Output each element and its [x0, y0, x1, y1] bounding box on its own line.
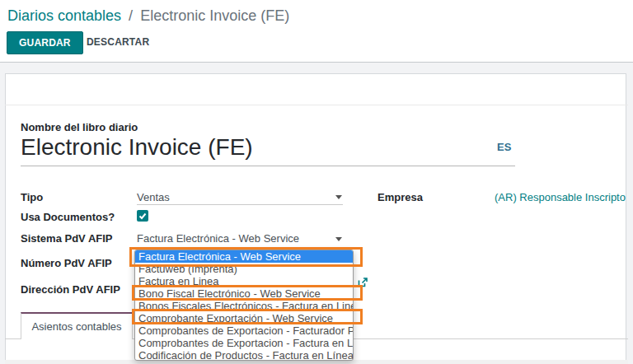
dropdown-option[interactable]: Factura Electrónica - Web Service [135, 250, 353, 263]
tipo-underline [137, 204, 343, 205]
tipo-caret-icon[interactable] [335, 195, 342, 199]
breadcrumb: Diarios contables / Electronic Invoice (… [7, 7, 289, 25]
empresa-value-link[interactable]: (AR) Responsable Inscripto [495, 191, 626, 203]
sistema-pdv-dropdown-list: Factura Electrónica - Web Service Factuw… [134, 250, 354, 361]
dropdown-option[interactable]: Factuweb (Imprenta) [135, 263, 353, 275]
dropdown-option[interactable]: Bonos Fiscales Electrónicos - Factura en… [135, 300, 353, 312]
sistema-pdv-caret-icon[interactable] [335, 237, 342, 241]
external-link-icon[interactable] [357, 277, 368, 288]
journal-name-label: Nombre del libro diario [21, 121, 138, 133]
numero-pdv-label: Número PdV AFIP [21, 257, 112, 269]
usa-documentos-label: Usa Documentos? [21, 211, 115, 223]
tipo-label: Tipo [21, 191, 43, 203]
odoo-journal-form-screen: Diarios contables / Electronic Invoice (… [0, 0, 633, 364]
dropdown-option[interactable]: Codificación de Productos - Factura en L… [135, 349, 353, 361]
breadcrumb-separator: / [129, 7, 133, 24]
sistema-pdv-label: Sistema PdV AFIP [21, 232, 113, 245]
empresa-label: Empresa [377, 191, 423, 203]
discard-button[interactable]: DESCARTAR [80, 31, 156, 53]
tab-asientos-contables[interactable]: Asientos contables [21, 312, 133, 339]
dropdown-option[interactable]: Bono Fiscal Electrónico - Web Service [135, 287, 353, 300]
usa-documentos-checkbox[interactable] [137, 210, 148, 222]
journal-name-input[interactable]: Electronic Invoice (FE) [21, 134, 515, 166]
dropdown-option[interactable]: Comprobantes de Exportacion - Factura en… [135, 337, 353, 349]
breadcrumb-parent-link[interactable]: Diarios contables [7, 7, 121, 24]
dropdown-option[interactable]: Factura en Linea [135, 275, 353, 287]
tipo-select[interactable]: Ventas [137, 191, 170, 203]
dropdown-option[interactable]: Comprobantes de Exportacion - Facturador… [135, 324, 353, 337]
save-button[interactable]: GUARDAR [7, 31, 83, 54]
breadcrumb-current: Electronic Invoice (FE) [140, 7, 289, 24]
tab-label: Asientos contables [31, 320, 121, 333]
translation-badge[interactable]: ES [497, 141, 511, 153]
statusbar-divider [5, 105, 628, 105]
dropdown-option[interactable]: Comprobante Exportación - Web Service [135, 312, 353, 324]
direccion-pdv-label: Dirección PdV AFIP [21, 283, 120, 296]
sistema-pdv-select[interactable]: Factura Electrónica - Web Service [137, 232, 299, 245]
checkmark-icon [138, 212, 147, 220]
